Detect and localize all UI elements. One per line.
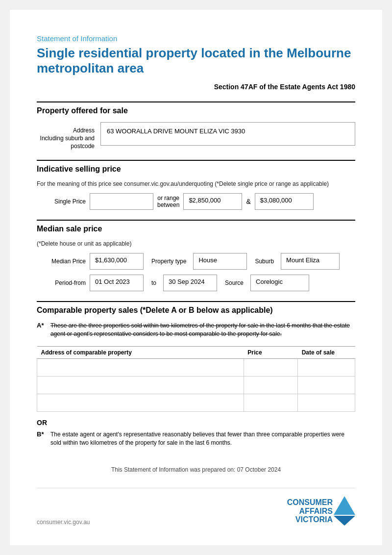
or-label: OR [37,419,355,427]
property-for-sale-heading: Property offered for sale [37,101,355,115]
median-price-heading: Median sale price [37,220,355,233]
comparable-sales-heading: Comparable property sales (*Delete A or … [37,301,355,315]
median-row-2: Period-from 01 Oct 2023 to 30 Sep 2024 S… [37,275,355,291]
or-range-label: or rangebetween [157,195,179,209]
triangle-top-icon [334,496,355,515]
b-block: B* The estate agent or agent's represent… [37,430,355,457]
row2-price[interactable] [244,376,297,394]
period-to-value[interactable]: 30 Sep 2024 [163,275,217,291]
comparable-table: Address of comparable property Price Dat… [37,346,355,412]
col-address: Address of comparable property [37,346,244,358]
logo-triangle [334,496,355,526]
property-type-value[interactable]: House [193,253,247,270]
median-row-1: Median Price $1,630,000 Property type Ho… [37,253,355,270]
document-page: Statement of Information Single resident… [10,10,382,545]
col-price: Price [244,346,297,358]
range-value2[interactable]: $3,080,000 [255,193,314,210]
period-from-value[interactable]: 01 Oct 2023 [90,275,144,291]
address-label: AddressIncluding suburb andpostcode [37,122,100,150]
suburb-label: Suburb [255,258,274,265]
logo-text: CONSUMER AFFAIRS VICTORIA [287,498,333,524]
footer: consumer.vic.gov.au CONSUMER AFFAIRS VIC… [37,488,355,526]
median-note: (*Delete house or unit as applicable) [37,240,355,247]
to-label: to [151,279,156,286]
row2-address[interactable] [37,376,244,394]
property-type-label: Property type [151,258,186,265]
b-text: The estate agent or agent's representati… [50,430,355,447]
a-label: A* [37,322,50,329]
act-reference: Section 47AF of the Estate Agents Act 19… [37,83,355,91]
address-row: AddressIncluding suburb andpostcode 63 W… [37,122,355,150]
table-row [37,358,355,376]
triangle-bottom-icon [334,516,355,526]
row3-price[interactable] [244,394,297,411]
table-row [37,394,355,411]
a-text: These are the three properties sold with… [50,322,355,338]
source-label: Source [225,279,244,286]
source-value[interactable]: Corelogic [250,275,309,291]
row1-date[interactable] [298,358,355,376]
row1-price[interactable] [244,358,297,376]
price-row: Single Price or rangebetween $2,850,000 … [37,193,355,210]
indicative-price-heading: Indicative selling price [37,160,355,174]
logo-line3: VICTORIA [287,515,333,524]
address-value: 63 WOORALLA DRIVE MOUNT ELIZA VIC 3930 [100,122,355,146]
main-title: Single residential property located in t… [37,46,355,76]
b-label: B* [37,430,50,438]
row3-date[interactable] [298,394,355,411]
indicative-selling-price-section: Indicative selling price For the meaning… [37,160,355,210]
suburb-value[interactable]: Mount Eliza [281,253,340,270]
prepared-text: This Statement of Information was prepar… [37,466,355,473]
median-price-label: Median Price [37,258,86,265]
single-price-input[interactable] [90,193,153,210]
property-for-sale-section: Property offered for sale AddressIncludi… [37,101,355,150]
soi-label: Statement of Information [37,34,355,43]
footer-url: consumer.vic.gov.au [37,519,90,526]
row2-date[interactable] [298,376,355,394]
a-block: A* These are the three properties sold w… [37,322,355,343]
selling-price-note: For the meaning of this price see consum… [37,180,355,187]
ampersand: & [246,198,250,205]
col-date: Date of sale [298,346,355,358]
logo-area: CONSUMER AFFAIRS VICTORIA [287,496,355,526]
median-sale-price-section: Median sale price (*Delete house or unit… [37,220,355,291]
row3-address[interactable] [37,394,244,411]
single-price-label: Single Price [37,198,86,205]
period-from-label: Period-from [37,279,86,286]
median-price-value[interactable]: $1,630,000 [90,253,144,270]
range-value1[interactable]: $2,850,000 [183,193,242,210]
table-row [37,376,355,394]
logo-line1: CONSUMER [287,498,333,507]
logo-line2: AFFAIRS [287,507,333,516]
row1-address[interactable] [37,358,244,376]
comparable-sales-section: Comparable property sales (*Delete A or … [37,301,355,456]
